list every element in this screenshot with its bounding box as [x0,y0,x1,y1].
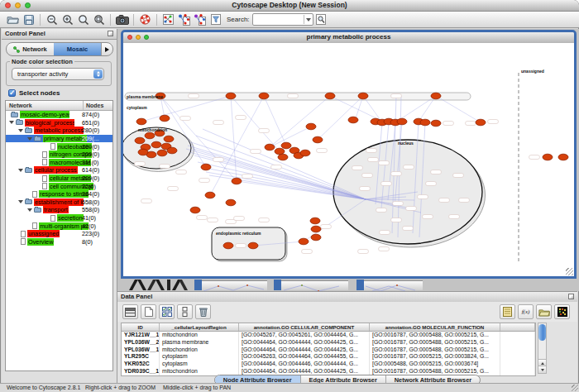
tree-row[interactable]: macromolecule311(0) [6,159,112,167]
tree-row[interactable]: secretion41(0) [6,214,112,222]
vizmapper-edge-button[interactable] [192,12,208,26]
attribute-select-button[interactable] [122,304,138,319]
select-nodes-checkbox[interactable] [8,89,16,97]
filter-edit-button[interactable] [208,12,223,26]
tree-row[interactable]: nitrogen compo209(0) [6,151,112,159]
tree-row[interactable]: transport558(0) [6,206,112,214]
expander-icon[interactable] [27,208,32,212]
more-tabs-button[interactable] [101,43,112,55]
tree-row-count: 264(0) [82,190,99,198]
tree-row[interactable]: unassigned223(0) [6,230,112,238]
zoom-out-button[interactable] [44,12,60,26]
attribute-matrix-button[interactable] [554,304,570,319]
delete-attribute-button[interactable] [195,304,211,319]
hidden-window-content [364,280,423,290]
network-window-titlebar[interactable]: primary metabolic process [123,32,574,44]
tree-row[interactable]: cellular metabo209(0) [6,174,112,183]
search-dropdown-button[interactable] [304,15,313,24]
vizmapper-node-button[interactable] [176,12,192,26]
main-toolbar: Search: [0,12,579,28]
expander-icon[interactable] [18,129,23,132]
float-panel-icon[interactable] [108,31,113,36]
tree-row-count: 874(0) [82,111,99,118]
tree-column-network[interactable]: Network [6,101,84,110]
search-input[interactable] [253,15,304,24]
tree-row-label: biological_process [25,119,74,127]
table-row[interactable]: YPL036W__1mitochondrion[GO:0044464, GO:0… [122,347,535,354]
scroll-down-button[interactable] [538,366,546,373]
hidden-window-strip[interactable] [194,280,267,290]
table-row[interactable]: YLR295Ccytoplasm[GO:0045263, GO:0044464,… [122,353,535,361]
tree-row-label: secretion [57,214,84,222]
table-scrollbar[interactable] [538,323,547,374]
window-title: Cytoscape Desktop (New Session) [0,1,579,9]
dropdown-value: transporter activity [12,70,93,78]
import-attributes-button[interactable] [536,304,552,319]
scrollbar-thumb[interactable] [538,324,546,341]
network-view-window: primary metabolic process [121,30,577,279]
window-resize-grip[interactable] [566,268,573,275]
tree-row-count: 558(0) [82,198,99,206]
snapshot-button[interactable] [114,12,130,26]
attribute-editor-button[interactable] [500,304,515,319]
attribute-table-icon [125,308,136,317]
zoom-selected-button[interactable] [75,12,91,26]
expander-icon[interactable] [9,121,14,124]
tree-column-nodes[interactable]: Nodes [84,101,112,110]
expander-icon[interactable] [27,137,32,141]
create-attribute-button[interactable] [141,304,156,319]
cell-id: YJR121W__1 [122,332,160,339]
tree-row[interactable]: biological_process651(0) [6,119,112,127]
column-header-region[interactable]: _cellularLayoutRegion [160,323,239,331]
tab-network[interactable]: Network [7,43,54,55]
tree-row[interactable]: establishment of lo558(0) [6,198,112,207]
open-session-button[interactable] [5,12,21,26]
table-row[interactable]: YKR052Ccytoplasm[GO:0044464, GO:0044446,… [122,361,535,368]
select-all-attributes-button[interactable] [159,304,175,319]
cell-id: YPL036W__2 [122,339,160,347]
table-row[interactable]: YPL036W__2plasma membrane[GO:0044464, GO… [122,339,535,347]
node-label-pills [135,94,540,254]
tree-row[interactable]: cell communicat22(0) [6,182,112,190]
column-header-molecular-function[interactable]: annotation.GO MOLECULAR_FUNCTION [370,323,500,331]
tree-row[interactable]: cellular process614(0) [6,166,112,174]
folder-icon [34,208,41,213]
float-panel-icon[interactable] [568,294,574,299]
column-header-cellular-component[interactable]: annotation.GO CELLULAR_COMPONENT [239,323,370,331]
network-overview-button[interactable] [160,12,176,26]
hidden-window-strip[interactable] [356,280,423,290]
expander-icon[interactable] [18,200,23,203]
network-canvas[interactable]: plasma membrane cytoplasm mitochondrion … [123,43,574,276]
formula-builder-button[interactable]: f(x) [518,304,534,319]
tree-row[interactable]: response to stimulu264(0) [6,190,112,198]
tree-row[interactable]: multi-organism pro42(0) [6,222,112,230]
table-row[interactable]: YJR121W__1mitochondrion[GO:0045267, GO:0… [122,332,535,339]
tree-row-count: 651(0) [82,119,99,127]
zoom-fit-button[interactable] [91,12,107,26]
advanced-search-button[interactable] [313,12,329,26]
help-button[interactable] [137,12,153,26]
node-color-dropdown[interactable]: transporter activity [12,68,104,80]
column-header-id[interactable]: ID [122,323,160,331]
region-nucleus[interactable] [333,140,486,247]
dropdown-stepper-icon [93,69,103,79]
tree-row[interactable]: mosaic-demo-yeast874(0) [6,111,112,119]
hidden-window-strip[interactable] [274,280,348,290]
tree-row-selected[interactable]: primary metabo209(... [6,135,112,143]
tree-row[interactable]: nucleobase-209(0) [6,142,112,151]
unselect-all-attributes-button[interactable] [177,304,193,319]
save-session-button[interactable] [21,12,36,26]
tree-row[interactable]: metabolic process280(0) [6,127,112,135]
network-graph[interactable]: plasma membrane cytoplasm mitochondrion … [123,43,574,276]
expander-icon[interactable] [18,169,23,172]
zoom-in-button[interactable] [60,12,75,26]
tab-mosaic[interactable]: Mosaic [54,43,101,55]
tree-row[interactable]: Overview8(0) [6,238,112,246]
tree-row-label: Overview [27,238,54,246]
file-icon [42,175,47,182]
tree-row-count: 223(0) [82,230,99,237]
lifesaver-icon [140,14,151,25]
status-welcome: Welcome to Cytoscape 2.8.1 [7,385,80,390]
app-resize-grip[interactable] [572,385,578,391]
folder-icon [34,136,41,141]
